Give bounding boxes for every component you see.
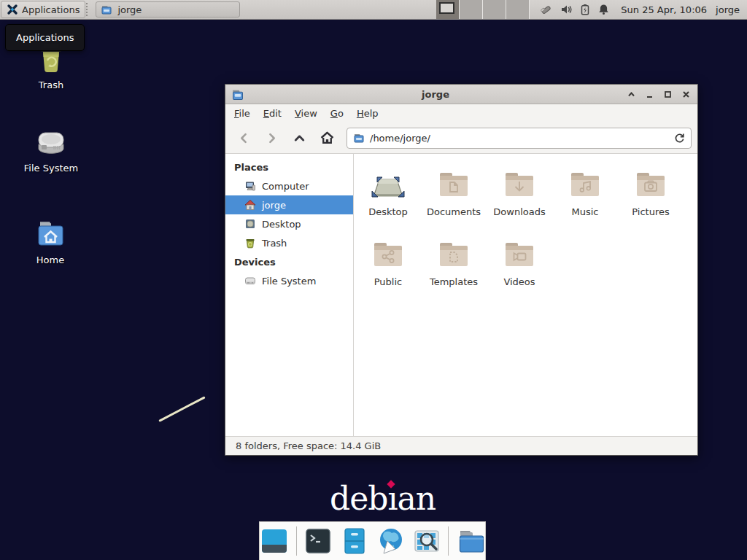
debian-red-dot: ı bbox=[387, 480, 397, 517]
music-folder-icon bbox=[568, 167, 603, 202]
minimize-button[interactable] bbox=[646, 90, 654, 98]
applications-tooltip: Applications bbox=[5, 24, 85, 51]
window-titlebar[interactable]: jorge bbox=[225, 85, 697, 104]
sidebar-item-desktop[interactable]: Desktop bbox=[225, 214, 353, 233]
harddrive-icon bbox=[244, 275, 256, 287]
up-button[interactable] bbox=[287, 126, 311, 149]
back-button[interactable] bbox=[231, 126, 256, 149]
menu-go[interactable]: Go bbox=[325, 106, 349, 121]
documents-folder-icon bbox=[436, 167, 471, 202]
workspace-1[interactable] bbox=[436, 0, 460, 19]
taskbar-window-label: jorge bbox=[117, 4, 142, 15]
path-folder-icon bbox=[353, 132, 365, 144]
menu-edit[interactable]: Edit bbox=[258, 106, 287, 121]
window-title: jorge bbox=[249, 89, 622, 100]
close-button[interactable] bbox=[682, 90, 690, 98]
notifications-icon[interactable] bbox=[598, 4, 609, 15]
workspace-pager[interactable] bbox=[436, 0, 530, 19]
folder-item-videos[interactable]: Videos bbox=[487, 234, 552, 304]
volume-icon[interactable] bbox=[560, 4, 572, 15]
top-panel: Applications jorge bbox=[0, 0, 747, 20]
dock-separator bbox=[296, 526, 297, 556]
sidebar-item-trash[interactable]: Trash bbox=[225, 233, 353, 252]
menu-help[interactable]: Help bbox=[351, 106, 384, 121]
public-folder-icon bbox=[371, 237, 406, 272]
workspace-window-preview bbox=[439, 2, 454, 14]
desktop-scribble-line bbox=[158, 396, 205, 422]
folder-item-desktop[interactable]: Desktop bbox=[355, 164, 421, 234]
folder-name: Documents bbox=[427, 206, 481, 217]
folder-name: Desktop bbox=[368, 206, 408, 217]
folder-item-documents[interactable]: Documents bbox=[421, 164, 487, 234]
shade-button[interactable] bbox=[627, 90, 635, 98]
folder-item-downloads[interactable]: Downloads bbox=[487, 164, 552, 234]
folder-item-music[interactable]: Music bbox=[552, 164, 618, 234]
sidebar-item-computer[interactable]: Computer bbox=[225, 176, 353, 195]
window-body: Places Computer bbox=[225, 154, 697, 436]
desktop-icon-label: Home bbox=[36, 254, 64, 265]
show-desktop-icon[interactable] bbox=[260, 526, 290, 556]
videos-folder-icon bbox=[502, 237, 537, 272]
web-browser-icon[interactable] bbox=[376, 526, 406, 556]
panel-user-menu[interactable]: jorge bbox=[711, 0, 747, 19]
folder-item-public[interactable]: Public bbox=[355, 234, 421, 304]
taskbar-window-button[interactable]: jorge bbox=[96, 1, 240, 18]
sidebar-item-label: Desktop bbox=[262, 219, 301, 230]
toolbar: /home/jorge/ bbox=[225, 122, 697, 154]
location-bar[interactable]: /home/jorge/ bbox=[347, 128, 692, 149]
file-list: Desktop Documents bbox=[354, 154, 697, 436]
sidebar-item-label: Trash bbox=[262, 238, 287, 249]
app-finder-icon[interactable] bbox=[412, 526, 442, 556]
forward-button[interactable] bbox=[259, 126, 284, 149]
desktop-surface-icon bbox=[371, 167, 406, 202]
menu-file[interactable]: File bbox=[228, 106, 256, 121]
templates-folder-icon bbox=[436, 237, 471, 272]
sidebar-item-file-system[interactable]: File System bbox=[225, 271, 353, 290]
desktop-icon-file-system[interactable]: File System bbox=[16, 124, 86, 174]
home-button[interactable] bbox=[314, 126, 339, 149]
workspace-3[interactable] bbox=[483, 0, 506, 19]
pictures-folder-icon bbox=[633, 167, 668, 202]
file-manager-window: jorge File Edit View Go Help bbox=[225, 84, 698, 456]
sidebar-item-label: Computer bbox=[262, 181, 309, 192]
maximize-button[interactable] bbox=[664, 90, 672, 98]
folder-name: Music bbox=[572, 206, 599, 217]
applications-menu-button[interactable]: Applications bbox=[1, 1, 85, 18]
folder-name: Videos bbox=[503, 276, 535, 287]
folder-name: Pictures bbox=[632, 206, 669, 217]
terminal-icon[interactable] bbox=[303, 526, 333, 556]
folder-item-templates[interactable]: Templates bbox=[421, 234, 487, 304]
file-cabinet-icon[interactable] bbox=[339, 526, 369, 556]
workspace-4[interactable] bbox=[506, 0, 530, 19]
workspace-2[interactable] bbox=[460, 0, 483, 19]
downloads-folder-icon bbox=[502, 167, 537, 202]
sidebar-item-jorge[interactable]: jorge bbox=[225, 195, 353, 214]
folder-name: Public bbox=[374, 276, 402, 287]
dock-separator bbox=[448, 526, 449, 556]
panel-separator-handle bbox=[86, 3, 92, 16]
desktop-icon-label: File System bbox=[24, 163, 78, 174]
sidebar-devices-header: Devices bbox=[225, 252, 353, 271]
status-text: 8 folders, Free space: 14.4 GiB bbox=[236, 440, 381, 451]
desktop-icon-label: Trash bbox=[39, 79, 63, 90]
folder-item-pictures[interactable]: Pictures bbox=[618, 164, 684, 234]
bottom-dock bbox=[259, 521, 486, 560]
desktop-icon-home[interactable]: Home bbox=[15, 216, 85, 265]
location-input[interactable]: /home/jorge/ bbox=[370, 133, 669, 144]
directory-icon[interactable] bbox=[455, 526, 485, 556]
home-folder-icon bbox=[33, 216, 68, 251]
menubar: File Edit View Go Help bbox=[225, 104, 697, 122]
debian-wordmark: debıan bbox=[330, 480, 436, 517]
folder-name: Downloads bbox=[493, 206, 545, 217]
clipman-icon[interactable] bbox=[540, 4, 552, 16]
xfce-applications-icon bbox=[7, 4, 18, 15]
panel-clock[interactable]: Sun 25 Apr, 10:06 bbox=[616, 0, 711, 19]
menu-view[interactable]: View bbox=[289, 106, 323, 121]
harddrive-icon bbox=[34, 124, 69, 159]
reload-icon[interactable] bbox=[674, 133, 685, 144]
battery-charging-icon[interactable] bbox=[580, 4, 590, 15]
applications-menu-label: Applications bbox=[22, 4, 80, 15]
sidebar-item-label: jorge bbox=[262, 200, 286, 211]
sidebar: Places Computer bbox=[225, 154, 354, 436]
system-tray bbox=[530, 0, 616, 19]
